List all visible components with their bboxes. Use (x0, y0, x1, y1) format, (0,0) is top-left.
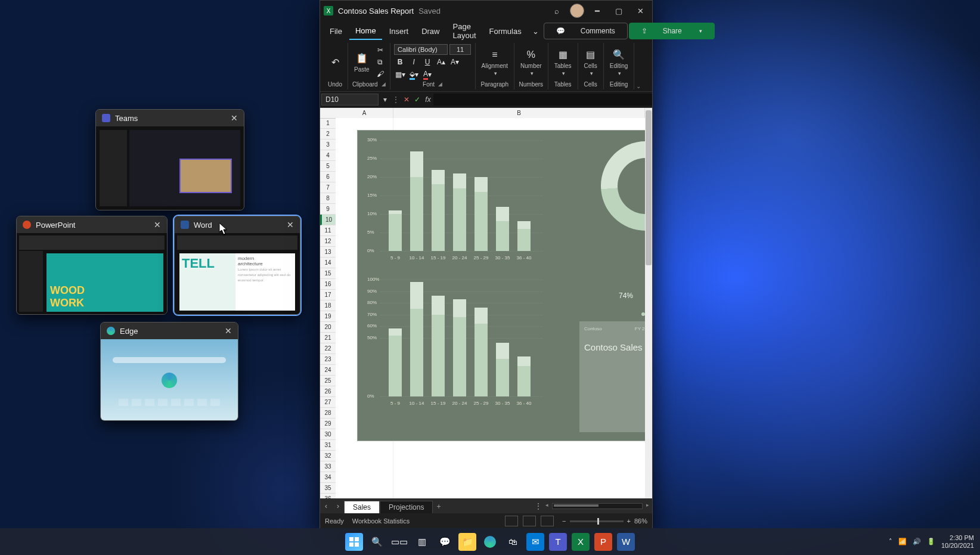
taskbar-search[interactable]: 🔍 (368, 533, 386, 551)
row-header[interactable]: 36 (320, 494, 336, 498)
taskbar-powerpoint[interactable]: P (594, 533, 612, 551)
row-header[interactable]: 9 (320, 204, 336, 215)
row-header[interactable]: 29 (320, 418, 336, 429)
horizontal-scrollbar[interactable]: ◂▸ (552, 503, 643, 509)
sheet-tab-sales[interactable]: Sales (344, 501, 380, 513)
number-button[interactable]: %Number▾ (518, 47, 544, 77)
select-all-corner[interactable] (320, 108, 336, 119)
row-header[interactable]: 24 (320, 365, 336, 376)
scrollbar-thumb[interactable] (554, 504, 598, 507)
row-header[interactable]: 33 (320, 461, 336, 472)
taskview-thumb-teams[interactable]: Teams ✕ (95, 109, 244, 210)
view-normal[interactable] (505, 516, 518, 526)
fill-color-button[interactable]: ⬙▾ (408, 69, 420, 80)
row-header[interactable]: 18 (320, 300, 336, 311)
comments-button[interactable]: 💬 Comments (544, 23, 628, 39)
row-header[interactable]: 23 (320, 354, 336, 365)
row-header[interactable]: 3 (320, 139, 336, 150)
zoom-value[interactable]: 86% (634, 517, 647, 525)
tab-file[interactable]: File (324, 23, 348, 39)
systray-overflow[interactable]: ˄ (889, 538, 892, 545)
systray-volume-icon[interactable]: 🔊 (913, 538, 921, 545)
taskbar-store[interactable]: 🛍 (504, 533, 522, 551)
tab-page-layout[interactable]: Page Layout (447, 18, 482, 44)
grow-font-button[interactable]: A▴ (435, 57, 447, 67)
italic-button[interactable]: I (408, 57, 420, 67)
alignment-button[interactable]: ≡Alignment▾ (479, 47, 510, 77)
row-header[interactable]: 15 (320, 268, 336, 279)
underline-button[interactable]: U (421, 57, 433, 67)
row-header[interactable]: 13 (320, 247, 336, 258)
row-header[interactable]: 22 (320, 343, 336, 354)
row-header[interactable]: 20 (320, 322, 336, 333)
row-header[interactable]: 5 (320, 161, 336, 172)
close-button[interactable]: ✕ (632, 2, 649, 19)
row-header[interactable]: 30 (320, 429, 336, 440)
view-page-break[interactable] (541, 516, 554, 526)
row-header[interactable]: 35 (320, 483, 336, 494)
taskbar-excel[interactable]: X (572, 533, 590, 551)
row-header[interactable]: 14 (320, 258, 336, 268)
sheet-tab-menu[interactable]: ⋮ (534, 502, 542, 510)
row-header[interactable]: 16 (320, 279, 336, 290)
systray-wifi-icon[interactable]: 📶 (898, 538, 907, 545)
taskbar-word[interactable]: W (617, 533, 635, 551)
user-avatar[interactable] (570, 4, 584, 18)
copy-button[interactable]: ⧉ (374, 57, 386, 67)
row-header[interactable]: 21 (320, 333, 336, 343)
systray-battery-icon[interactable]: 🔋 (927, 538, 935, 545)
taskview-thumb-powerpoint[interactable]: PowerPoint ✕ WOODWORK (16, 216, 168, 315)
add-sheet-button[interactable]: ＋ (433, 501, 445, 511)
spreadsheet-grid[interactable]: A B 123456789101112131415161718192021222… (320, 108, 652, 498)
row-header[interactable]: 25 (320, 376, 336, 386)
format-painter-button[interactable]: 🖌 (374, 69, 386, 79)
confirm-formula-button[interactable]: ✓ (412, 95, 423, 104)
editing-button[interactable]: 🔍Editing▾ (607, 47, 631, 77)
row-header[interactable]: 26 (320, 386, 336, 397)
col-header[interactable]: A (336, 108, 393, 118)
scrollbar-thumb[interactable] (646, 110, 652, 265)
minimize-button[interactable]: ━ (589, 2, 606, 19)
cells-button[interactable]: ▤Cells▾ (582, 47, 600, 77)
bold-button[interactable]: B (394, 57, 406, 67)
dialog-launcher[interactable]: ◢ (382, 81, 386, 87)
tab-home[interactable]: Home (349, 23, 382, 40)
row-header[interactable]: 17 (320, 290, 336, 300)
col-header[interactable]: B (393, 108, 645, 118)
sheet-tab-projections[interactable]: Projections (380, 501, 433, 513)
row-header[interactable]: 12 (320, 236, 336, 247)
row-header[interactable]: 34 (320, 472, 336, 483)
font-name-select[interactable]: Calibri (Body) (394, 44, 448, 55)
taskbar-taskview[interactable]: ▭▭ (390, 533, 408, 551)
undo-button[interactable]: ↶ (326, 54, 344, 70)
font-size-select[interactable]: 11 (449, 44, 471, 55)
row-header[interactable]: 8 (320, 193, 336, 204)
search-button[interactable]: ⌕ (548, 2, 565, 19)
font-color-button[interactable]: A▾ (421, 69, 433, 80)
share-button[interactable]: ⇪ Share ▾ (629, 23, 715, 39)
taskview-thumb-edge[interactable]: Edge ✕ (100, 322, 238, 421)
taskview-thumb-word[interactable]: Word ✕ TELL modernarchitectureLorem ipsu… (174, 216, 300, 315)
row-header[interactable]: 2 (320, 129, 336, 139)
taskbar-clock[interactable]: 2:30 PM 10/20/2021 (941, 534, 974, 550)
namebox-dropdown[interactable]: ▾ (380, 95, 390, 104)
row-header[interactable]: 19 (320, 311, 336, 322)
row-header[interactable]: 1 (320, 118, 336, 129)
zoom-control[interactable]: − + 86% (562, 517, 647, 525)
row-header[interactable]: 27 (320, 397, 336, 408)
taskbar-edge[interactable] (481, 533, 499, 551)
zoom-in[interactable]: + (627, 517, 631, 525)
name-box[interactable]: D10 (321, 94, 379, 106)
dialog-launcher[interactable]: ◢ (438, 81, 442, 87)
row-header[interactable]: 10 (320, 215, 336, 225)
ribbon-collapse[interactable]: ⌄ (634, 43, 643, 89)
shrink-font-button[interactable]: A▾ (449, 57, 461, 67)
taskbar-chat[interactable]: 💬 (436, 533, 454, 551)
insert-function-button[interactable]: fx (423, 95, 433, 104)
tab-overflow[interactable]: ⌄ (529, 23, 542, 39)
row-header[interactable]: 4 (320, 150, 336, 161)
view-page-layout[interactable] (523, 516, 536, 526)
close-thumb-button[interactable]: ✕ (225, 326, 232, 336)
cell-area[interactable]: 0%5%10%15%20%25%30%5 - 910 - 1415 - 1920… (336, 118, 645, 498)
vertical-scrollbar[interactable] (645, 108, 652, 498)
